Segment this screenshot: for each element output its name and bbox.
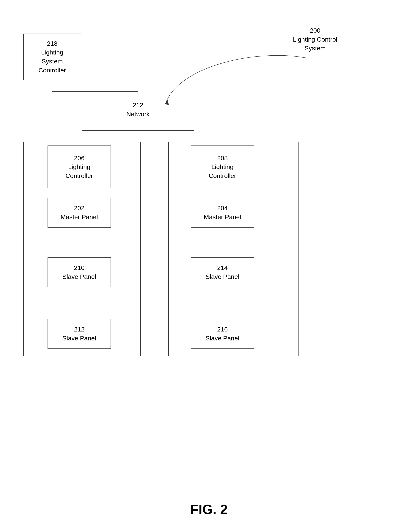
node-216-label: 216 Slave Panel <box>206 325 239 343</box>
figure-label: FIG. 2 <box>190 502 228 517</box>
node-218-label: 218 Lighting System Controller <box>38 39 66 75</box>
node-202-label: 202 Master Panel <box>61 204 98 221</box>
node-210-sp: 210 Slave Panel <box>47 257 111 287</box>
diagram-area: 218 Lighting System Controller 212 Netwo… <box>11 11 407 495</box>
node-212-network-label: 212 Network <box>116 101 160 118</box>
svg-marker-13 <box>165 100 169 105</box>
node-210-label: 210 Slave Panel <box>62 263 96 281</box>
node-204-label: 204 Master Panel <box>204 204 241 221</box>
node-204-mp: 204 Master Panel <box>191 198 254 228</box>
node-200-label: 200 Lighting Control System <box>283 26 347 53</box>
node-208-lc: 208 Lighting Controller <box>191 145 254 189</box>
node-218-lsc: 218 Lighting System Controller <box>23 34 81 80</box>
node-212-label: 212 Slave Panel <box>62 325 96 343</box>
node-206-lc: 206 Lighting Controller <box>47 145 111 189</box>
node-208-label: 208 Lighting Controller <box>209 154 236 180</box>
node-206-label: 206 Lighting Controller <box>65 154 93 180</box>
node-212-sp: 212 Slave Panel <box>47 319 111 349</box>
node-214-sp: 214 Slave Panel <box>191 257 254 287</box>
node-202-mp: 202 Master Panel <box>47 198 111 228</box>
node-214-label: 214 Slave Panel <box>206 263 239 281</box>
node-216-sp: 216 Slave Panel <box>191 319 254 349</box>
